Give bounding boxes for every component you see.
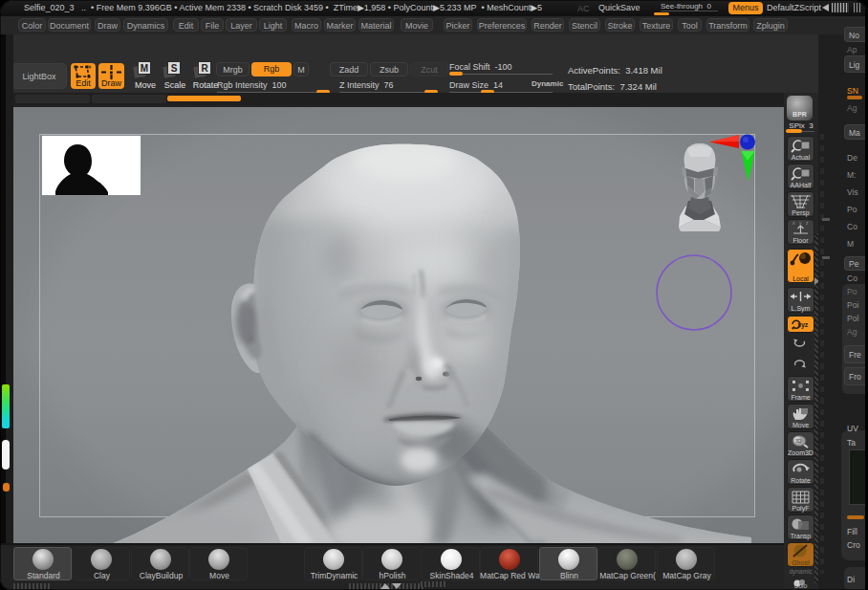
svg-text:xyz: xyz: [797, 321, 809, 329]
svg-text:z: z: [806, 221, 809, 226]
svg-text:x: x: [792, 221, 795, 226]
svg-text:y: y: [799, 221, 802, 226]
svg-text:3D: 3D: [795, 438, 802, 444]
